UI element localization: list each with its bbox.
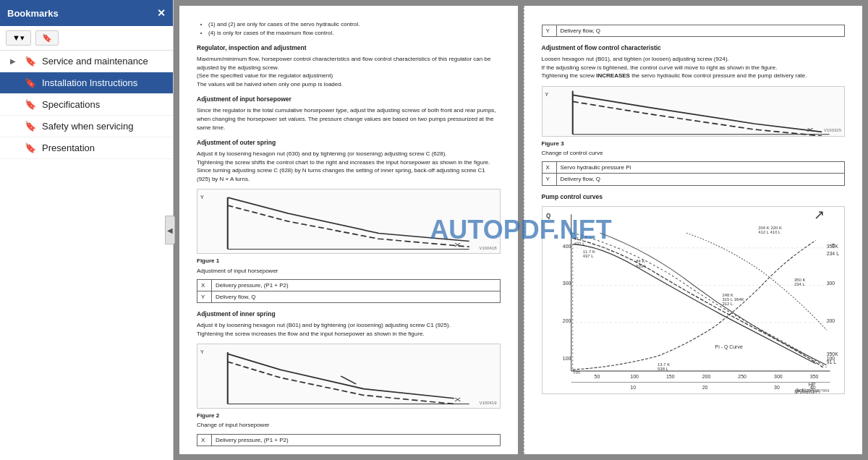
svg-text:V697869: V697869 (812, 388, 829, 392)
bullet-list: (1) and (2) are only for cases of the se… (208, 20, 501, 37)
bookmark-icon: 🔖 (25, 99, 36, 110)
content-area: (1) and (2) are only for cases of the se… (174, 0, 868, 460)
section-regulator-title: Regulator, inspection and adjustment (197, 44, 501, 53)
delivery-y-value: Delivery flow, Q (556, 25, 845, 37)
figure3-chart: Y X V100325 (542, 86, 846, 137)
bullet-item: (1) and (2) are only for cases of the se… (208, 20, 501, 29)
figure1-subcaption: Adjustment of input horsepower (197, 267, 501, 275)
svg-text:300: 300 (826, 281, 835, 286)
fig2-y-label: Y (200, 349, 204, 356)
svg-text:200: 200 (826, 318, 835, 323)
svg-text:20: 20 (702, 384, 707, 390)
fig1-x-value: Delivery pressure, (P1 + P2) (212, 279, 501, 291)
sidebar-item-label: Installation Instructions (42, 77, 137, 88)
section-inner-spring-title: Adjustment of inner spring (197, 310, 501, 319)
view-options-button[interactable]: ▼▾ (6, 30, 31, 46)
right-page: Y Delivery flow, Q Adjustment of flow co… (524, 6, 863, 454)
sidebar-item-label: Specifications (42, 99, 100, 110)
svg-text:200: 200 (702, 374, 710, 380)
section-outer-spring-title: Adjustment of outer spring (197, 139, 501, 148)
bullet-item: (4) is only for cases of the maximum flo… (208, 29, 501, 38)
sidebar-item-label: Service and maintenance (42, 56, 148, 67)
svg-text:350: 350 (809, 374, 818, 380)
delivery-y-label: Y (542, 25, 556, 37)
svg-text:30: 30 (774, 384, 780, 390)
svg-text:Tm: Tm (572, 370, 579, 375)
bookmark-icon: 🔖 (25, 77, 36, 88)
fig2-vid: V100419 (479, 400, 496, 406)
expand-arrow-icon: ▶ (10, 57, 19, 65)
sidebar-item-label: Presentation (42, 142, 95, 153)
svg-text:315 L 364K: 315 L 364K (722, 297, 744, 301)
figure2-chart: Y X V100419 (197, 344, 501, 409)
collapse-sidebar-button[interactable]: ◀ (165, 216, 175, 244)
section-flow-control-body: Loosen hexagon nut (B01), and tighten (o… (542, 55, 846, 80)
svg-text:Q: Q (545, 213, 550, 219)
svg-line-5 (341, 376, 356, 384)
pump-control-chart: 400 300 200 100 Q T 300 200 100 350K 234… (542, 206, 846, 394)
svg-text:234 L: 234 L (826, 250, 838, 256)
sidebar-item-safety-servicing[interactable]: 🔖 Safety when servicing (0, 116, 173, 137)
fig1-x-label: X (197, 279, 212, 291)
svg-text:200: 200 (562, 318, 571, 323)
section-input-hp-body: Since the regulator is the total cumulat… (197, 106, 501, 132)
fig1-vid: V100418 (479, 245, 496, 251)
delivery-flow-table: Y Delivery flow, Q (542, 25, 846, 37)
close-icon[interactable]: ✕ (157, 7, 166, 19)
svg-text:533 L: 533 L (636, 263, 647, 268)
svg-text:41 K: 41 K (574, 237, 582, 241)
figure2-table: X Delivery pressure, (P1 + P2) (197, 434, 501, 446)
sidebar-header: Bookmarks ✕ (0, 0, 173, 26)
svg-text:432 L: 432 L (574, 241, 585, 245)
fig2-x-label: X (197, 434, 212, 446)
svg-text:400: 400 (562, 243, 571, 249)
fig3-vid: V100325 (824, 127, 841, 133)
fig1-y-label-cell: Y (197, 291, 212, 302)
section-regulator-body: Maximum/minimum flow, horsepower control… (197, 55, 501, 88)
svg-text:150: 150 (665, 374, 674, 380)
figure1-caption: Figure 1 (197, 257, 501, 265)
fig2-x-value: Delivery pressure, (P1 + P2) (212, 434, 501, 446)
bookmark-options-button[interactable]: 🔖 (35, 30, 59, 46)
sidebar-item-service-maintenance[interactable]: ▶ 🔖 Service and maintenance (0, 51, 173, 72)
sidebar-item-label: Safety when servicing (42, 121, 133, 132)
svg-text:10: 10 (630, 384, 636, 390)
bookmark-icon: 🔖 (25, 56, 36, 67)
svg-text:50: 50 (594, 374, 600, 380)
sidebar-item-specifications[interactable]: 🔖 Specifications (0, 94, 173, 116)
figure3-subcaption: Change of control curve (542, 149, 846, 157)
section-outer-spring-body: Adjust it by loosening hexagon nut (630)… (197, 150, 501, 183)
svg-text:350K: 350K (826, 243, 838, 249)
svg-text:300: 300 (774, 374, 783, 380)
fig3-x-value: Servo hydraulic pressure Pi (556, 162, 845, 174)
pump-control-title: Pump control curves (542, 193, 846, 202)
sidebar-item-presentation[interactable]: 🔖 Presentation (0, 137, 173, 159)
figure1-table: X Delivery pressure, (P1 + P2) Y Deliver… (197, 279, 501, 303)
fig1-y-label: Y (200, 194, 204, 201)
svg-text:91 L: 91 L (826, 359, 836, 365)
svg-text:250: 250 (738, 374, 746, 380)
svg-text:100: 100 (630, 374, 639, 380)
svg-text:X: X (807, 127, 814, 133)
sidebar-item-installation-instructions[interactable]: 🔖 Installation Instructions (0, 72, 173, 94)
svg-text:437 L: 437 L (582, 254, 594, 258)
sidebar-toolbar: ▼▾ 🔖 (0, 26, 173, 51)
svg-text:300: 300 (562, 281, 571, 286)
svg-text:X: X (454, 396, 461, 403)
fig3-y-value: Delivery flow, Q (556, 174, 845, 185)
fig3-y-label-cell: Y (542, 174, 556, 185)
figure3-table: X Servo hydraulic pressure Pi Y Delivery… (542, 161, 846, 185)
svg-text:11.7 K: 11.7 K (582, 249, 595, 253)
bookmark-icon: 🔖 (25, 121, 36, 132)
svg-text:412 L 410 L: 412 L 410 L (758, 230, 781, 234)
fig3-y-label: Y (545, 91, 549, 98)
figure3-caption: Figure 3 (542, 140, 846, 148)
fig3-x-label: X (542, 162, 556, 174)
svg-text:100: 100 (562, 355, 571, 361)
bookmark-icon: 🔖 (25, 142, 36, 153)
section-input-hp-title: Adjustment of input horsepower (197, 95, 501, 104)
figure2-subcaption: Change of input horsepower (197, 421, 501, 429)
figure1-chart: Y X V100418 (197, 189, 501, 254)
svg-text:234 L: 234 L (793, 282, 805, 286)
svg-text:13.7 K: 13.7 K (658, 362, 670, 366)
